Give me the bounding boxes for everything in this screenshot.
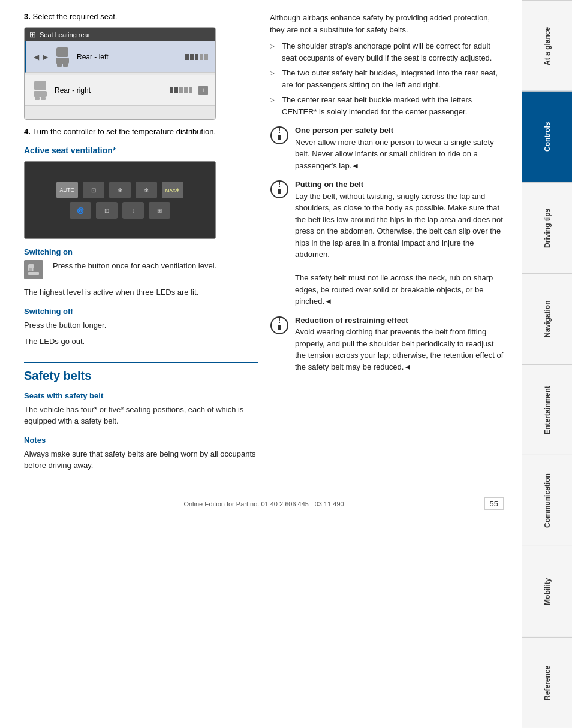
warning-restraining: ! Reduction of restraining effect Avoid … [270,315,504,373]
notes-heading: Notes [24,436,258,445]
svg-rect-1 [56,58,69,64]
sidebar-tab-mobility[interactable]: Mobility [522,546,572,637]
seat-icon-right [32,80,49,101]
warning-1-title: One person per safety belt [295,125,504,137]
switching-on-block: Press the button once for each ventilati… [24,260,258,282]
sidebar: At a glance Controls Driving tips Naviga… [522,0,572,728]
vent-btn-6: ↕ [122,202,144,219]
warning-1-text: One person per safety belt Never allow m… [295,125,504,171]
ventilation-controls-image: AUTO ⊡ ❄ ❄ MAX❄ 🌀 ⊡ ↕ ⊞ [24,161,216,239]
bullet-2: The two outer safety belt buckles, integ… [270,67,504,90]
sidebar-tab-at-a-glance[interactable]: At a glance [522,0,572,91]
svg-rect-15 [278,135,281,140]
warning-icon-2: ! [270,180,289,199]
vent-max-btn: MAX❄ [162,182,183,198]
sidebar-tab-controls[interactable]: Controls [522,91,572,182]
step4-text: 4. Turn the controller to set the temper… [24,127,258,136]
rear-left-label: Rear - left [77,53,179,61]
svg-rect-4 [34,81,46,90]
sidebar-tab-driving-tips[interactable]: Driving tips [522,182,572,273]
footer-area: 55 Online Edition for Part no. 01 40 2 6… [24,500,504,508]
vent-btn-7: ⊞ [149,202,170,219]
seats-with-safety-belt-heading: Seats with safety belt [24,391,258,400]
svg-rect-6 [35,97,40,100]
seat-icon-left [54,46,71,67]
nav-right-arrow: ▶ [43,53,48,61]
warning-2-text: Putting on the belt Lay the belt, withou… [295,179,504,307]
warning-putting-on: ! Putting on the belt Lay the belt, with… [270,179,504,307]
warning-icon-3: ! [270,316,289,335]
switching-on-desc-text: Press the button once for each ventilati… [53,261,216,270]
bullet-3: The center rear seat belt buckle marked … [270,94,504,117]
step4-description: Turn the controller to set the temperatu… [32,127,216,136]
temp-bar-right [170,87,192,93]
screen-header: ⊞ Seat heating rear [25,28,215,41]
svg-rect-21 [278,325,281,330]
seats-text: The vehicle has four* or five* seating p… [24,404,258,427]
screen-header-icon: ⊞ [29,30,36,39]
nav-left-arrow: ◀ [34,53,39,61]
svg-text:!: ! [278,180,281,189]
notes-text: Always make sure that safety belts are b… [24,448,258,472]
page-number: 55 [484,497,504,510]
switching-on-heading: Switching on [24,247,258,256]
seat-row-left[interactable]: ◀ ▶ Rear - left [25,41,215,73]
warning-1-body: Never allow more than one person to wear… [295,138,494,170]
sidebar-tab-reference[interactable]: Reference [522,637,572,728]
switching-off-heading: Switching off [24,307,258,316]
svg-rect-2 [57,64,62,67]
rear-right-label: Rear - right [55,86,164,95]
seat-heating-screen: ⊞ Seat heating rear ◀ ▶ [24,27,216,120]
warning-icon-1: ! [270,126,289,145]
vent-btn-1: ⊡ [83,182,104,198]
temp-bar-left [185,54,208,60]
footer-text: Online Edition for Part no. 01 40 2 606 … [183,500,344,508]
vent-btn-2: ❄ [109,182,131,198]
warning-2-title: Putting on the belt [295,179,504,191]
sidebar-tab-navigation[interactable]: Navigation [522,273,572,364]
svg-rect-9 [28,272,39,275]
switching-on-extra: The highest level is active when three L… [24,286,258,298]
step3-text: Select the required seat. [32,12,117,21]
plus-button[interactable]: + [198,86,208,95]
warning-3-title: Reduction of restraining effect [295,315,504,327]
warning-2-body: Lay the belt, without twisting, snugly a… [295,192,503,306]
vent-row-1: AUTO ⊡ ❄ ❄ MAX❄ [56,182,183,198]
switching-off-line2: The LEDs go out. [24,336,258,348]
svg-rect-0 [56,47,68,57]
svg-rect-5 [34,91,47,97]
switching-off-line1: Press the button longer. [24,319,258,331]
vent-button-icon [24,260,43,279]
step4-number: 4. [24,127,31,136]
svg-text:!: ! [278,316,281,325]
warning-3-text: Reduction of restraining effect Avoid we… [295,315,504,373]
sidebar-tab-entertainment[interactable]: Entertainment [522,364,572,455]
right-intro-text: Although airbags enhance safety by provi… [270,12,504,35]
sidebar-tab-communication[interactable]: Communication [522,455,572,546]
warning-one-person: ! One person per safety belt Never allow… [270,125,504,171]
step3-label: 3. Select the required seat. [24,12,258,21]
seat-row-right[interactable]: Rear - right + [25,75,215,106]
safety-belt-bullets: The shoulder strap's anchorage point wil… [270,40,504,117]
screen-header-title: Seat heating rear [40,31,90,38]
vent-btn-4: 🌀 [70,202,91,219]
warning-3-body: Avoid wearing clothing that prevents the… [295,327,503,371]
safety-belts-heading: Safety belts [24,362,258,383]
bullet-1: The shoulder strap's anchorage point wil… [270,40,504,64]
svg-rect-18 [278,189,281,194]
vent-auto-btn: AUTO [56,182,78,198]
svg-rect-3 [63,64,68,67]
step3-number: 3. [24,12,31,21]
active-ventilation-heading: Active seat ventilation* [24,146,258,155]
vent-btn-3: ❄ [136,182,157,198]
vent-row-2: 🌀 ⊡ ↕ ⊞ [70,202,170,219]
vent-btn-5: ⊡ [96,202,118,219]
svg-rect-7 [41,97,46,100]
seat-vent-icon-svg [27,263,40,276]
svg-text:!: ! [278,126,281,135]
switching-on-description: Press the button once for each ventilati… [53,260,216,272]
